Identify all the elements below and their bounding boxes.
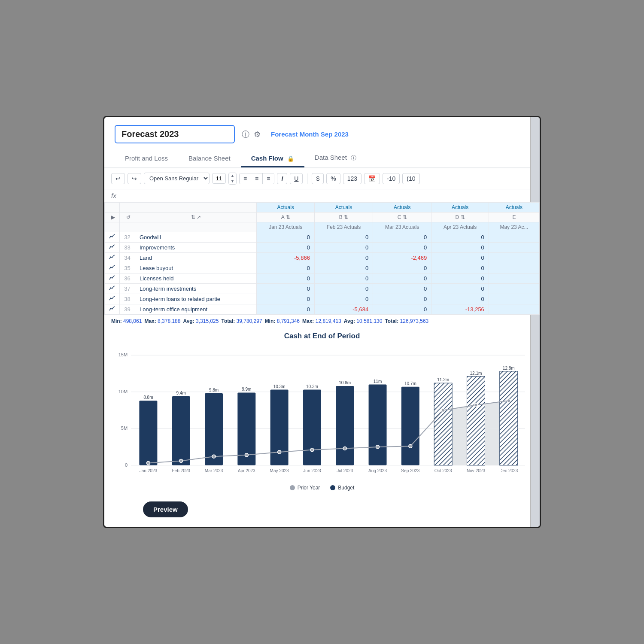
data-cell-3[interactable]: 0 <box>431 273 489 283</box>
currency-button[interactable]: $ <box>312 173 324 184</box>
header-ctrl2[interactable]: ↺ <box>120 212 135 222</box>
data-cell-1[interactable]: 0 <box>314 232 373 242</box>
col-feb-header: Feb 23 Actuals <box>314 222 373 232</box>
scrollbar[interactable] <box>530 117 540 527</box>
data-cell-extra[interactable] <box>489 252 539 263</box>
font-size-spinner[interactable]: ▲ ▼ <box>228 173 237 185</box>
date-button[interactable]: 📅 <box>364 173 380 184</box>
data-cell-1[interactable]: 0 <box>314 242 373 252</box>
row-chart-icon[interactable] <box>105 263 120 273</box>
data-cell-0[interactable]: 0 <box>257 232 314 242</box>
data-cell-0[interactable]: -5,866 <box>257 252 314 263</box>
redo-button[interactable]: ↪ <box>128 173 141 184</box>
data-cell-extra[interactable] <box>489 242 539 252</box>
data-cell-2[interactable]: 0 <box>373 263 431 273</box>
data-cell-extra[interactable] <box>489 304 539 314</box>
data-cell-0[interactable]: 0 <box>257 294 314 304</box>
col-c-letter: C ⇅ <box>373 212 431 222</box>
data-cell-2[interactable]: 0 <box>373 232 431 242</box>
svg-text:9.8m: 9.8m <box>209 388 219 392</box>
data-cell-0[interactable]: 0 <box>257 242 314 252</box>
font-family-select[interactable]: Open Sans Regular <box>144 173 210 184</box>
percent-button[interactable]: % <box>326 173 340 184</box>
chart-area: Cash at End of Period 15M 10M 5M 0 8.8mJ… <box>104 328 540 498</box>
gear-icon[interactable]: ⚙ <box>254 130 261 139</box>
data-cell-3[interactable]: 0 <box>431 263 489 273</box>
row-label: Lease buyout <box>135 263 257 273</box>
data-cell-2[interactable]: 0 <box>373 273 431 283</box>
data-cell-extra[interactable] <box>489 232 539 242</box>
data-cell-3[interactable]: 0 <box>431 232 489 242</box>
number-format-button[interactable]: 123 <box>343 173 361 184</box>
header-ctrl1[interactable]: ▶ <box>105 212 120 222</box>
data-cell-2[interactable]: -2,469 <box>373 252 431 263</box>
svg-rect-41 <box>434 383 452 465</box>
svg-point-55 <box>310 448 314 451</box>
info-icon[interactable]: ⓘ <box>242 129 249 140</box>
align-center-button[interactable]: ≡ <box>251 173 263 184</box>
data-cell-1[interactable]: 0 <box>314 263 373 273</box>
actuals-d-header: Actuals <box>431 202 489 212</box>
data-cell-2[interactable]: 0 <box>373 283 431 294</box>
font-size-down[interactable]: ▼ <box>229 179 236 184</box>
row-number: 32 <box>120 232 135 242</box>
data-cell-extra[interactable] <box>489 294 539 304</box>
data-cell-0[interactable]: 0 <box>257 263 314 273</box>
tab-balance-sheet[interactable]: Balance Sheet <box>178 150 241 167</box>
title-input[interactable] <box>115 125 235 143</box>
data-cell-0[interactable]: 0 <box>257 283 314 294</box>
data-cell-1[interactable]: 0 <box>314 252 373 263</box>
row-chart-icon[interactable] <box>105 294 120 304</box>
stat-item: Max: 12,819,413 <box>302 318 341 324</box>
neg-format-button1[interactable]: -10 <box>383 173 400 184</box>
align-right-button[interactable]: ≡ <box>263 173 274 184</box>
underline-button[interactable]: U <box>290 173 303 184</box>
data-cell-3[interactable]: 0 <box>431 294 489 304</box>
font-size-up[interactable]: ▲ <box>229 173 236 179</box>
svg-rect-17 <box>172 396 190 465</box>
align-left-button[interactable]: ≡ <box>240 173 251 184</box>
preview-button[interactable]: Preview <box>143 501 188 517</box>
data-cell-1[interactable]: 0 <box>314 294 373 304</box>
data-cell-3[interactable]: 0 <box>431 252 489 263</box>
data-cell-extra[interactable] <box>489 273 539 283</box>
neg-format-button2[interactable]: (10 <box>402 173 419 184</box>
data-cell-1[interactable]: 0 <box>314 273 373 283</box>
tab-data-sheet[interactable]: Data Sheet ⓘ <box>304 149 367 167</box>
table-body: 32 Goodwill 0000 33 Improvements 0000 34… <box>105 232 540 314</box>
letter-header-row: ▶ ↺ ⇅ ↗ A ⇅ B ⇅ C ⇅ D ⇅ E <box>105 212 540 222</box>
data-cell-1[interactable]: 0 <box>314 283 373 294</box>
tab-cash-flow[interactable]: Cash Flow 🔒 <box>241 150 304 167</box>
row-chart-icon[interactable] <box>105 273 120 283</box>
svg-text:15M: 15M <box>118 352 128 357</box>
undo-button[interactable]: ↩ <box>111 173 125 184</box>
spreadsheet-table: Actuals Actuals Actuals Actuals Actuals … <box>104 202 540 315</box>
svg-text:10.3m: 10.3m <box>273 384 286 389</box>
svg-text:5M: 5M <box>121 425 128 431</box>
data-cell-3[interactable]: -13,256 <box>431 304 489 314</box>
data-cell-3[interactable]: 0 <box>431 283 489 294</box>
actuals-header-row: Actuals Actuals Actuals Actuals Actuals <box>105 202 540 212</box>
data-cell-2[interactable]: 0 <box>373 294 431 304</box>
col-label-header <box>135 202 257 212</box>
italic-button[interactable]: I <box>277 173 287 184</box>
data-cell-3[interactable]: 0 <box>431 242 489 252</box>
row-label: Long-term office equipment <box>135 304 257 314</box>
row-chart-icon[interactable] <box>105 232 120 242</box>
row-chart-icon[interactable] <box>105 252 120 263</box>
tab-profit-loss[interactable]: Profit and Loss <box>115 150 178 167</box>
data-cell-extra[interactable] <box>489 263 539 273</box>
row-chart-icon[interactable] <box>105 283 120 294</box>
row-chart-icon[interactable] <box>105 242 120 252</box>
data-cell-0[interactable]: 0 <box>257 304 314 314</box>
data-cell-extra[interactable] <box>489 283 539 294</box>
header-ctrl3[interactable]: ⇅ ↗ <box>135 212 257 222</box>
col-b-letter: B ⇅ <box>314 212 373 222</box>
data-cell-0[interactable]: 0 <box>257 273 314 283</box>
data-cell-1[interactable]: -5,684 <box>314 304 373 314</box>
font-size-input[interactable] <box>212 173 226 184</box>
data-cell-2[interactable]: 0 <box>373 242 431 252</box>
col-e-letter: E <box>489 212 539 222</box>
row-chart-icon[interactable] <box>105 304 120 314</box>
data-cell-2[interactable]: 0 <box>373 304 431 314</box>
